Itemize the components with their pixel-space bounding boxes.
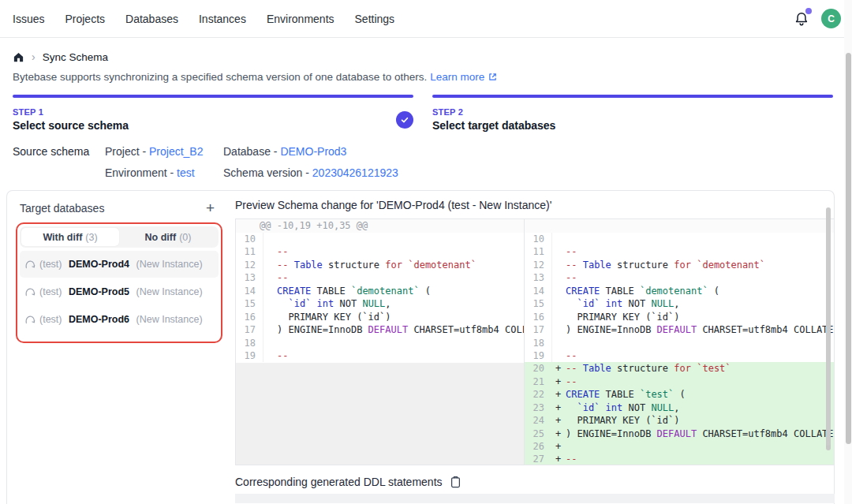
panel-scrollbar-thumb[interactable]: [826, 207, 831, 446]
token: CREATE: [566, 286, 600, 297]
db-env: (test): [39, 314, 65, 325]
token: [577, 363, 582, 374]
target-db-item-demo-prod6[interactable]: (test) DEMO-Prod6 (New Instance): [20, 306, 219, 333]
notification-bell-button[interactable]: [793, 10, 810, 28]
hunk-header: @@ -10,19 +10,35 @@: [236, 219, 524, 233]
ddl-editor-strip: [235, 494, 835, 503]
token: `test`: [640, 389, 674, 400]
added-marker: +: [555, 440, 561, 453]
external-link-icon[interactable]: [488, 72, 498, 82]
added-marker: +: [555, 388, 561, 401]
nav-item-environments[interactable]: Environments: [267, 13, 334, 25]
nav-item-projects[interactable]: Projects: [65, 13, 105, 25]
intro-text: Bytebase supports synchronizing a specif…: [13, 71, 427, 83]
token: --: [277, 246, 288, 257]
nav-item-settings[interactable]: Settings: [355, 13, 395, 25]
main-card: Target databases + With diff(3)No diff(0…: [6, 190, 835, 504]
line-number: 10: [525, 233, 551, 245]
target-db-item-demo-prod4[interactable]: (test) DEMO-Prod4 (New Instance): [20, 251, 219, 278]
db-name: DEMO-Prod6: [69, 314, 129, 325]
copy-ddl-button[interactable]: [450, 476, 462, 488]
diff-line: 18: [236, 337, 524, 349]
project-value-link[interactable]: Project_B2: [149, 145, 203, 158]
tab-no-diff[interactable]: No diff(0): [119, 228, 217, 246]
target-db-item-demo-prod5[interactable]: (test) DEMO-Prod5 (New Instance): [20, 278, 219, 305]
line-number: 18: [236, 337, 263, 349]
db-suffix: (New Instance): [133, 286, 203, 297]
step-1-progress-bar: [13, 95, 413, 98]
clipboard-icon: [450, 476, 462, 488]
step-1-label: STEP 1: [13, 107, 413, 117]
tab-label: With diff: [43, 232, 82, 243]
step-1-title: Select source schema: [13, 119, 413, 132]
field-label: Database -: [223, 145, 280, 158]
line-number: 21: [525, 375, 551, 388]
diff-line: 14CREATE TABLE `demotenant` (: [236, 285, 524, 297]
nav-item-databases[interactable]: Databases: [125, 13, 178, 25]
line-number: 16: [525, 311, 551, 323]
line-content: [551, 233, 834, 245]
target-databases-panel: Target databases + With diff(3)No diff(0…: [7, 191, 222, 504]
token: [566, 298, 577, 309]
line-content: --: [263, 271, 524, 284]
learn-more-link[interactable]: Learn more: [430, 71, 484, 83]
token: [277, 298, 288, 309]
token: [288, 259, 293, 271]
line-content: [263, 233, 524, 245]
source-fields: Project - Project_B2Database - DEMO-Prod…: [105, 144, 398, 180]
source-schema-section: Source schema Project - Project_B2Databa…: [13, 144, 839, 180]
database-value-link[interactable]: DEMO-Prod3: [280, 145, 346, 158]
line-number: 11: [236, 245, 263, 258]
nav-item-instances[interactable]: Instances: [199, 13, 246, 25]
diff-line: 21+--: [525, 375, 834, 388]
line-number: 15: [525, 297, 551, 310]
token: PRIMARY KEY (`id`): [277, 312, 391, 323]
line-number: 23: [525, 401, 551, 414]
breadcrumb-chevron: ›: [32, 50, 36, 63]
top-nav: IssuesProjectsDatabasesInstancesEnvironm…: [0, 0, 852, 38]
notification-dot: [805, 8, 812, 14]
token: structure: [611, 259, 674, 271]
avatar[interactable]: C: [821, 9, 841, 28]
tab-with-diff[interactable]: With diff(3): [21, 228, 119, 246]
token: TABLE: [600, 389, 640, 400]
nav-item-issues[interactable]: Issues: [13, 13, 44, 25]
step-1: STEP 1 Select source schema: [13, 95, 413, 132]
bell-icon: [793, 17, 810, 30]
schema-version-value-link[interactable]: 20230426121923: [312, 166, 398, 179]
line-number: 12: [236, 259, 263, 271]
token: CREATE: [277, 286, 311, 297]
diff-line: 24+ PRIMARY KEY (`id`): [525, 414, 834, 427]
page-scrollbar-thumb[interactable]: [846, 53, 851, 444]
line-number: 19: [236, 349, 263, 362]
add-target-database-button[interactable]: +: [201, 200, 219, 215]
home-icon[interactable]: [13, 51, 24, 63]
added-marker: +: [555, 453, 561, 465]
token: --: [566, 259, 577, 271]
step-2-label: STEP 2: [432, 107, 833, 117]
line-content: --: [551, 245, 834, 258]
token: [566, 402, 577, 413]
token: structure: [323, 259, 385, 271]
diff-line: 10: [236, 233, 524, 245]
token: `id`: [288, 298, 311, 309]
added-marker: +: [555, 414, 561, 427]
step-2-title: Select target databases: [432, 119, 833, 132]
diff-right-pane[interactable]: 1011--12-- Table structure for `demotena…: [525, 219, 834, 465]
tab-label: No diff: [145, 232, 177, 243]
line-content: [551, 337, 834, 349]
environment-value-link[interactable]: test: [177, 166, 195, 179]
line-number: 17: [525, 323, 551, 336]
line-content: [263, 337, 524, 349]
line-number: 15: [236, 297, 263, 310]
line-content: ) ENGINE=InnoDB DEFAULT CHARSET=utf8mb4 …: [263, 323, 524, 336]
token: for: [674, 363, 691, 374]
diff-line: 11--: [525, 245, 834, 258]
line-number: 16: [236, 311, 263, 323]
line-content: +--: [551, 453, 834, 465]
token: ) ENGINE=InnoDB: [566, 428, 657, 439]
token: NOT: [334, 298, 362, 309]
token: DEFAULT: [657, 428, 697, 439]
tab-count: (0): [179, 232, 191, 243]
diff-left-pane[interactable]: @@ -10,19 +10,35 @@ 1011--12-- Table str…: [236, 219, 525, 465]
